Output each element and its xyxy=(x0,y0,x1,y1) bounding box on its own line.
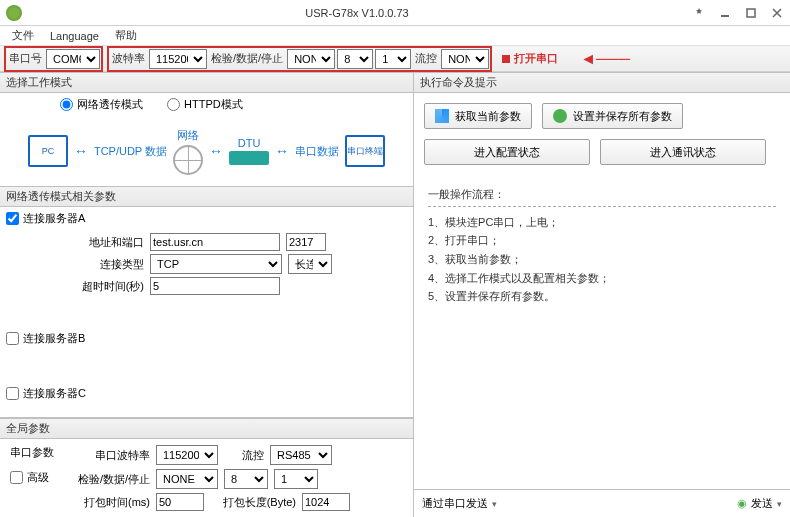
g-check-select[interactable]: NONE xyxy=(156,469,218,489)
window-titlebar: USR-G78x V1.0.0.73 xyxy=(0,0,790,26)
server-c-block: 连接服务器C xyxy=(6,386,407,405)
config-mode-button[interactable]: 进入配置状态 xyxy=(424,139,590,165)
serial-params-label: 串口参数 xyxy=(10,445,54,460)
maximize-button[interactable] xyxy=(738,0,764,26)
global-params: 全局参数 串口参数 高级 串口波特率 115200 流控 RS485 检验/数据… xyxy=(0,417,413,517)
select-mode-title: 选择工作模式 xyxy=(0,72,413,93)
app-icon xyxy=(6,5,22,21)
serial-params-highlight: 波特率 115200 检验/数据/停止 NONE 8 1 流控 NONE xyxy=(107,46,492,72)
check-select[interactable]: NONE xyxy=(287,49,335,69)
server-a-type-select[interactable]: TCP xyxy=(150,254,282,274)
server-b-block: 连接服务器B xyxy=(6,331,407,350)
diagram-pc-icon: PC xyxy=(28,135,68,167)
right-panel: 执行命令及提示 获取当前参数 设置并保存所有参数 进入配置状态 进入通讯状态 一… xyxy=(414,72,790,517)
global-title: 全局参数 xyxy=(0,418,413,439)
step-1: 1、模块连PC串口，上电； xyxy=(428,213,776,232)
window-title: USR-G78x V1.0.0.73 xyxy=(28,7,686,19)
send-via-select[interactable]: 通过串口发送 ▾ xyxy=(422,496,497,511)
settings-button[interactable] xyxy=(686,0,712,26)
databits-select[interactable]: 8 xyxy=(337,49,373,69)
load-params-button[interactable]: 获取当前参数 xyxy=(424,103,532,129)
port-label: 串口号 xyxy=(7,51,44,66)
step-2: 2、打开串口； xyxy=(428,231,776,250)
send-bar: 通过串口发送 ▾ ◉ 发送 ▾ xyxy=(414,489,790,517)
net-params-title: 网络透传模式相关参数 xyxy=(0,186,413,207)
server-a-timeout-input[interactable] xyxy=(150,277,280,295)
comm-mode-button[interactable]: 进入通讯状态 xyxy=(600,139,766,165)
port-select[interactable]: COM6 xyxy=(46,49,100,69)
instructions-title: 一般操作流程： xyxy=(428,185,776,207)
exec-title: 执行命令及提示 xyxy=(414,72,790,93)
action-buttons-row: 获取当前参数 设置并保存所有参数 xyxy=(414,93,790,139)
radio-httpd-mode[interactable]: HTTPD模式 xyxy=(167,97,243,112)
save-params-button[interactable]: 设置并保存所有参数 xyxy=(542,103,683,129)
addr-port-label: 地址和端口 xyxy=(76,235,144,250)
serial-toolbar: 串口号 COM6 波特率 115200 检验/数据/停止 NONE 8 1 流控… xyxy=(0,46,790,72)
server-c-checkbox[interactable]: 连接服务器C xyxy=(6,386,86,401)
flow-label: 流控 xyxy=(413,51,439,66)
port-highlight: 串口号 COM6 xyxy=(4,46,103,72)
mode-row: 网络透传模式 HTTPD模式 xyxy=(0,93,413,116)
diagram-globe-icon xyxy=(173,145,203,175)
conn-type-label: 连接类型 xyxy=(76,257,144,272)
baud-label: 波特率 xyxy=(110,51,147,66)
server-a-addr-input[interactable] xyxy=(150,233,280,251)
server-b-checkbox[interactable]: 连接服务器B xyxy=(6,331,85,346)
baud-select[interactable]: 115200 xyxy=(149,49,207,69)
check-label: 检验/数据/停止 xyxy=(209,51,285,66)
flow-select[interactable]: NONE xyxy=(441,49,489,69)
pkg-len-label: 打包长度(Byte) xyxy=(210,495,296,510)
timeout-label: 超时时间(秒) xyxy=(76,279,144,294)
minimize-button[interactable] xyxy=(712,0,738,26)
action-buttons-row2: 进入配置状态 进入通讯状态 xyxy=(414,139,790,175)
server-a-checkbox[interactable]: 连接服务器A xyxy=(6,211,85,226)
send-button[interactable]: ◉ 发送 ▾ xyxy=(737,496,782,511)
g-baud-label: 串口波特率 xyxy=(74,448,150,463)
diagram-terminal-icon: 串口终端 xyxy=(345,135,385,167)
pkg-time-input[interactable] xyxy=(156,493,204,511)
chevron-down-icon: ▾ xyxy=(777,499,782,509)
net-params-area: 连接服务器A 地址和端口 连接类型 TCP 长连接 超时时间(秒) 连接服务器B xyxy=(0,207,413,417)
chevron-down-icon: ▾ xyxy=(492,499,497,509)
svg-rect-0 xyxy=(721,15,729,17)
svg-rect-1 xyxy=(747,9,755,17)
server-a-long-select[interactable]: 长连接 xyxy=(288,254,332,274)
port-status-icon xyxy=(502,55,510,63)
menu-language[interactable]: Language xyxy=(44,28,105,44)
topology-diagram: PC ↔ TCP/UDP 数据 网络 ↔ DTU ↔ 串口数据 串口终端 xyxy=(0,116,413,186)
send-icon: ◉ xyxy=(737,497,747,510)
radio-net-mode[interactable]: 网络透传模式 xyxy=(60,97,143,112)
g-flow-select[interactable]: RS485 xyxy=(270,445,332,465)
g-baud-select[interactable]: 115200 xyxy=(156,445,218,465)
step-3: 3、获取当前参数； xyxy=(428,250,776,269)
g-flow-label: 流控 xyxy=(224,448,264,463)
open-port-button[interactable]: 打开串口 xyxy=(502,51,558,66)
advanced-checkbox[interactable]: 高级 xyxy=(10,470,54,485)
instructions-area: 一般操作流程： 1、模块连PC串口，上电； 2、打开串口； 3、获取当前参数； … xyxy=(414,175,790,316)
step-4: 4、选择工作模式以及配置相关参数； xyxy=(428,269,776,288)
stopbits-select[interactable]: 1 xyxy=(375,49,411,69)
g-data-select[interactable]: 8 xyxy=(224,469,268,489)
pkg-len-input[interactable] xyxy=(302,493,350,511)
g-stop-select[interactable]: 1 xyxy=(274,469,318,489)
save-icon xyxy=(553,109,567,123)
magnifier-icon xyxy=(435,109,449,123)
menu-help[interactable]: 帮助 xyxy=(109,26,143,45)
server-a-port-input[interactable] xyxy=(286,233,326,251)
pkg-time-label: 打包时间(ms) xyxy=(74,495,150,510)
annotation-arrow: ◄─── xyxy=(580,50,630,68)
menu-file[interactable]: 文件 xyxy=(6,26,40,45)
close-button[interactable] xyxy=(764,0,790,26)
diagram-dtu-icon xyxy=(229,151,269,165)
menubar: 文件 Language 帮助 xyxy=(0,26,790,46)
server-a-block: 连接服务器A 地址和端口 连接类型 TCP 长连接 超时时间(秒) xyxy=(6,211,407,295)
left-panel: 选择工作模式 网络透传模式 HTTPD模式 PC ↔ TCP/UDP 数据 网络… xyxy=(0,72,414,517)
step-5: 5、设置并保存所有参数。 xyxy=(428,287,776,306)
g-check-label: 检验/数据/停止 xyxy=(74,472,150,487)
